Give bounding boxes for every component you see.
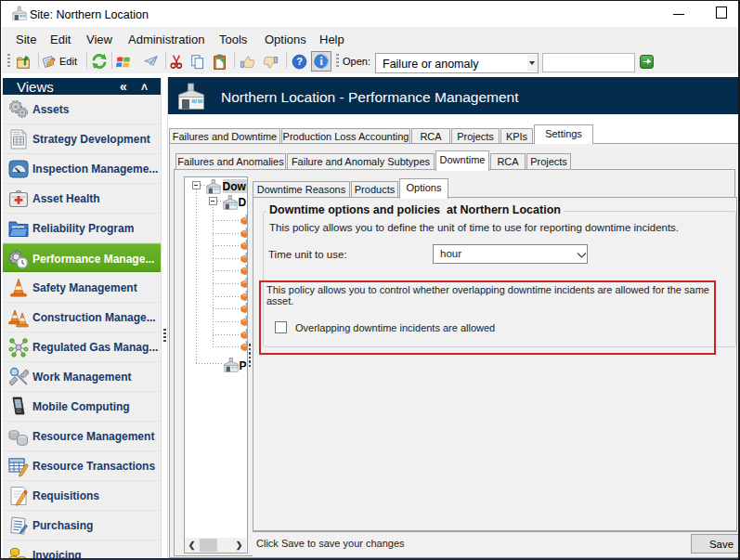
svg-text:?: ? — [296, 56, 303, 67]
